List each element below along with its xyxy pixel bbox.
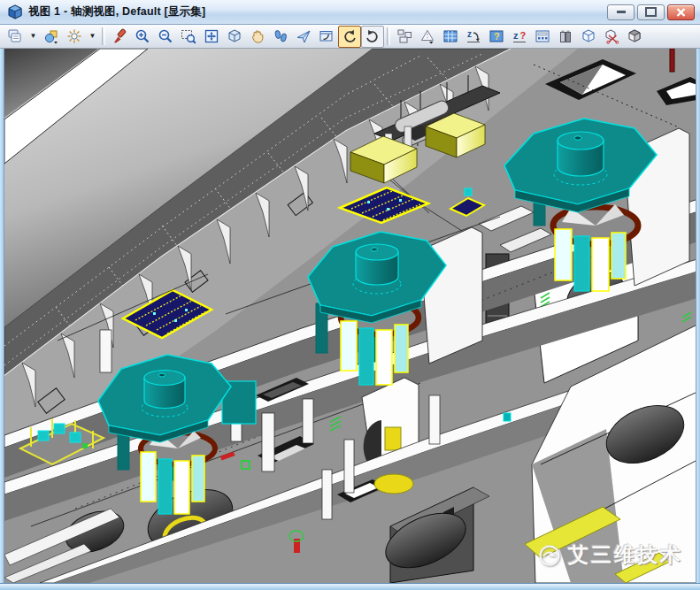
minimize-button[interactable] [607, 4, 635, 20]
svg-text:z: z [467, 29, 472, 39]
toolbar-separator [102, 27, 105, 45]
window-controls [607, 4, 695, 20]
toolbar-button-paint-render[interactable] [108, 26, 131, 48]
toolbar-button-prism-view[interactable] [416, 26, 439, 48]
restore-icon [645, 7, 657, 17]
toolbar-button-pan-hand[interactable] [246, 26, 269, 48]
scene-canvas[interactable] [4, 49, 696, 583]
toolbar-button-shaded-cube[interactable] [623, 26, 646, 48]
restore-button[interactable] [637, 4, 665, 20]
watermark-logo-icon [538, 544, 561, 567]
watermark: 艾三维技术 [538, 541, 683, 569]
toolbar-button-grid-window[interactable] [439, 26, 462, 48]
close-button[interactable] [667, 4, 695, 20]
chevron-down-icon: ▼ [30, 33, 37, 40]
window-frame-left [0, 49, 4, 583]
window-frame-right [696, 49, 700, 583]
toolbar-button-zoom-fit[interactable] [200, 26, 223, 48]
close-icon [676, 8, 686, 17]
watermark-text: 艾三维技术 [568, 541, 683, 569]
toolbar-button-walk[interactable] [269, 26, 292, 48]
minimize-icon [617, 11, 626, 13]
svg-text:?: ? [520, 30, 527, 41]
toolbar-button-calc-window[interactable] [531, 26, 554, 48]
toolbar-button-view-help[interactable]: ? [485, 26, 508, 48]
toolbar-button-z-down[interactable]: z [462, 26, 485, 48]
toolbar-button-turntable[interactable] [361, 26, 384, 48]
viewport-3d[interactable]: 艾三维技术 [4, 49, 696, 583]
toolbar-button-battery-pair[interactable] [554, 26, 577, 48]
toolbar-button-zoom-in[interactable] [131, 26, 154, 48]
signal-pole [670, 49, 674, 72]
app-cube-icon [7, 4, 23, 20]
toolbar-button-view-window[interactable] [315, 26, 338, 48]
toolbar-button-fly[interactable] [292, 26, 315, 48]
toolbar-dropdown-lighting[interactable]: ▼ [86, 26, 99, 48]
titlebar[interactable]: 视图 1 - 轴测视图, Default [显示集] [0, 0, 700, 25]
app-window: 视图 1 - 轴测视图, Default [显示集] ▼ ▼ [0, 0, 700, 590]
toolbar-button-zoom-window[interactable] [177, 26, 200, 48]
toolbar-button-render-style[interactable] [40, 26, 63, 48]
toolbar-separator [387, 27, 390, 45]
toolbar-button-zoom-out[interactable] [154, 26, 177, 48]
toolbar-dropdown-viewport-layout[interactable]: ▼ [27, 26, 40, 48]
toolbar-button-multi-select[interactable] [393, 26, 416, 48]
toolbar-button-lighting[interactable] [63, 26, 86, 48]
svg-text:?: ? [494, 31, 500, 42]
toolbar-button-orbit[interactable] [338, 26, 361, 48]
chevron-down-icon: ▼ [89, 33, 96, 40]
window-frame-bottom [0, 583, 700, 590]
toolbar-button-view-cube[interactable] [223, 26, 246, 48]
toolbar-button-z-query[interactable]: z? [508, 26, 531, 48]
svg-text:z: z [513, 30, 519, 41]
toolbar-button-viewport-layout[interactable] [4, 26, 27, 48]
toolbar-button-cube-outline[interactable] [577, 26, 600, 48]
toolbar: ▼ ▼ [0, 25, 700, 49]
window-title: 视图 1 - 轴测视图, Default [显示集] [28, 4, 205, 19]
toolbar-button-section-cut[interactable] [600, 26, 623, 48]
